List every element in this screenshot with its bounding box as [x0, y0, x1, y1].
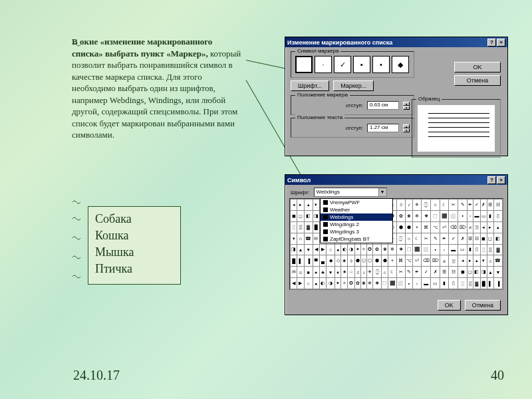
marker-option[interactable]: ◆	[392, 56, 409, 73]
symbol-cell[interactable]: ☰	[467, 233, 473, 244]
symbol-cell[interactable]: ❖	[373, 278, 382, 289]
symbol-cell[interactable]: ⌖	[388, 255, 397, 267]
symbol-cell[interactable]: ⌚	[422, 200, 431, 211]
symbol-cell[interactable]: ✒	[413, 267, 422, 278]
symbol-cell[interactable]: ◻	[297, 210, 304, 221]
symbol-cell[interactable]: ⌚	[373, 267, 382, 278]
symbol-cell[interactable]: ⍰	[473, 221, 480, 233]
symbol-cell[interactable]: ░	[480, 244, 487, 255]
symbol-cell[interactable]: ▲	[297, 244, 304, 255]
symbol-cell[interactable]: ♠	[313, 267, 319, 278]
symbol-cell[interactable]: ⏎	[413, 255, 422, 267]
font-option[interactable]: Wingdings 3	[321, 228, 392, 235]
symbol-cell[interactable]: ⬡	[367, 255, 373, 267]
symbol-cell[interactable]: ✿	[355, 278, 361, 289]
symbol-cell[interactable]: ▪	[405, 278, 413, 289]
symbol-cell[interactable]: ⬛	[440, 210, 449, 221]
symbol-cell[interactable]: ▲	[487, 267, 493, 278]
marker-option[interactable]: ✓	[334, 56, 351, 73]
symbol-cell[interactable]: ☷	[493, 200, 502, 211]
symbol-cell[interactable]: ✗	[431, 267, 440, 278]
symbol-cell[interactable]: ⌚	[396, 233, 405, 244]
symbol-cell[interactable]: ⌫	[449, 221, 458, 233]
symbol-cell[interactable]: ☎	[304, 233, 313, 244]
font-option[interactable]: Webdings	[321, 213, 392, 221]
symbol-cell[interactable]: ✿	[373, 244, 382, 255]
font-dropdown[interactable]: VremyaPWF Weather Webdings Wingdings 2 W…	[320, 198, 393, 243]
help-icon[interactable]: ?	[487, 176, 496, 184]
symbol-cell[interactable]: ◇	[335, 255, 341, 267]
symbol-cell[interactable]: ⍟	[440, 255, 449, 267]
symbol-cell[interactable]: ▶	[297, 278, 304, 289]
symbol-cell[interactable]: ▬	[422, 278, 431, 289]
symbol-cell[interactable]: ◐	[341, 244, 348, 255]
symbol-cell[interactable]: ☼	[405, 233, 413, 244]
symbol-cell[interactable]: ✉	[313, 233, 319, 244]
symbol-cell[interactable]: ◀	[313, 244, 319, 255]
symbol-cell[interactable]: ◑	[348, 244, 355, 255]
symbol-cell[interactable]: ⬣	[381, 255, 388, 267]
symbol-cell[interactable]: ◆	[327, 255, 335, 267]
symbol-cell[interactable]: ☎	[493, 255, 502, 267]
symbol-cell[interactable]: ▐	[304, 255, 313, 267]
symbol-cell[interactable]: ░	[291, 221, 297, 233]
font-option[interactable]: Weather	[321, 206, 392, 213]
symbol-cell[interactable]: ▼	[493, 267, 502, 278]
marker-button[interactable]: Маркер...	[333, 80, 374, 91]
symbol-cell[interactable]: ✂	[396, 267, 405, 278]
symbol-cell[interactable]: ⍰	[449, 255, 458, 267]
symbol-cell[interactable]: ☼	[381, 267, 388, 278]
spinner-icon[interactable]: ▴▾	[403, 124, 410, 132]
symbol-cell[interactable]: ◼	[291, 210, 297, 221]
symbol-cell[interactable]: ☻	[304, 267, 313, 278]
symbol-cell[interactable]: ⌘	[396, 255, 405, 267]
symbol-cell[interactable]: ▫	[413, 278, 422, 289]
symbol-cell[interactable]: ☾	[413, 233, 422, 244]
symbol-cell[interactable]: ⬛	[388, 278, 397, 289]
symbol-cell[interactable]: ▯	[473, 244, 480, 255]
symbol-cell[interactable]: ▐	[493, 278, 502, 289]
symbol-cell[interactable]: ▭	[458, 244, 467, 255]
symbol-cell[interactable]: ▮	[440, 278, 449, 289]
symbol-cell[interactable]: ◻	[467, 267, 473, 278]
symbol-cell[interactable]: ◻	[487, 233, 493, 244]
symbol-cell[interactable]: ❀	[361, 278, 367, 289]
symbol-cell[interactable]: ◼	[480, 233, 487, 244]
symbol-cell[interactable]: ▀	[313, 255, 319, 267]
symbol-cell[interactable]: ◨	[313, 210, 319, 221]
symbol-cell[interactable]: ▯	[449, 278, 458, 289]
symbol-cell[interactable]: ▴	[493, 221, 502, 233]
cancel-button[interactable]: Отмена	[465, 300, 501, 311]
symbol-cell[interactable]: ▪	[458, 210, 467, 221]
symbol-cell[interactable]: ☾	[440, 200, 449, 211]
symbol-cell[interactable]: ⬜	[422, 244, 431, 255]
symbol-cell[interactable]: ♥	[327, 267, 335, 278]
symbol-cell[interactable]: ▸	[467, 255, 473, 267]
symbol-cell[interactable]: ░	[458, 278, 467, 289]
symbol-cell[interactable]: ✎	[405, 267, 413, 278]
symbol-cell[interactable]: ❀	[405, 210, 413, 221]
symbol-cell[interactable]: █	[291, 255, 297, 267]
symbol-cell[interactable]: ⏎	[440, 221, 449, 233]
font-option[interactable]: ZapfDingbats BT	[321, 235, 392, 243]
symbol-cell[interactable]: ⬢	[396, 221, 405, 233]
symbol-cell[interactable]: ⬚	[405, 244, 413, 255]
symbol-cell[interactable]: ◂	[458, 255, 467, 267]
font-combo[interactable]: Webdings ▼	[314, 188, 387, 197]
symbol-cell[interactable]: ♫	[355, 267, 361, 278]
symbol-cell[interactable]: ▮	[467, 244, 473, 255]
chevron-down-icon[interactable]: ▼	[378, 188, 386, 196]
symbol-cell[interactable]: ❄	[367, 278, 373, 289]
symbol-cell[interactable]: ▶	[319, 244, 326, 255]
symbol-cell[interactable]: ☺	[297, 267, 304, 278]
symbol-cell[interactable]: ❄	[413, 210, 422, 221]
symbol-cell[interactable]: ✧	[341, 278, 348, 289]
symbol-cell[interactable]: ▒	[297, 221, 304, 233]
symbol-cell[interactable]: ●	[313, 278, 319, 289]
symbol-cell[interactable]: ⌖	[413, 221, 422, 233]
symbol-cell[interactable]: ☆	[348, 267, 355, 278]
symbol-cell[interactable]: █	[313, 221, 319, 233]
symbol-cell[interactable]: ▫	[467, 210, 473, 221]
symbol-cell[interactable]: ◑	[327, 278, 335, 289]
marker-option[interactable]: •	[372, 56, 390, 73]
